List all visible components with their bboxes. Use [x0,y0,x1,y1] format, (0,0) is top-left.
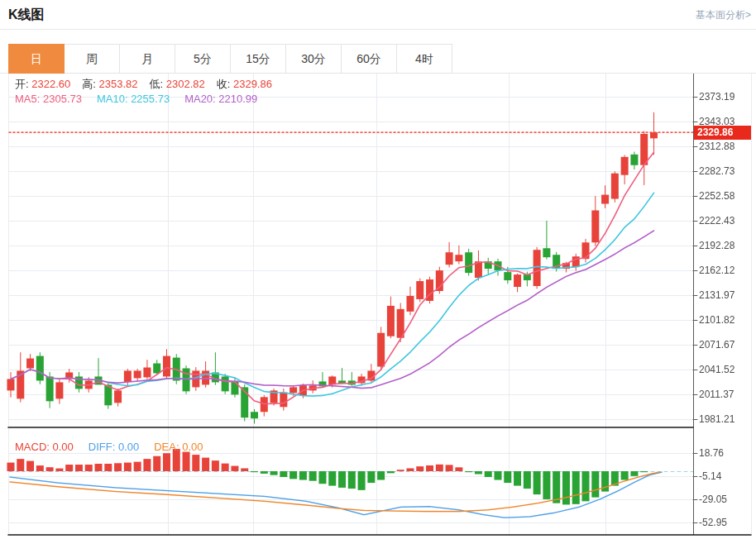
macd-tick-label: -5.14 [699,470,752,482]
ohlc-row-low: 低: 2302.82 [149,77,204,92]
price-tick-label: 2131.97 [699,289,752,301]
ma-row-ma20: MA20: 2210.99 [184,93,257,105]
macd-indicator-row: MACD: 0.00DIFF: 0.00DEA: 0.00 [15,441,218,453]
kline-widget: K线图 基本面分析> 日周月5分15分30分60分4时 开: 2322.60高:… [0,0,756,539]
price-tick-label: 2222.43 [699,215,752,227]
tab-日[interactable]: 日 [8,44,65,74]
tab-30分[interactable]: 30分 [285,44,342,74]
fundamental-analysis-link[interactable]: 基本面分析> [696,8,751,22]
last-price-tag: 2329.86 [694,126,751,140]
price-tick-label: 2192.28 [699,240,752,251]
ma-row: MA5: 2305.73MA10: 2255.73MA20: 2210.99 [15,93,272,105]
page-title: K线图 [8,7,45,24]
tab-5分[interactable]: 5分 [175,44,231,74]
tab-4时[interactable]: 4时 [396,44,452,74]
price-tick-label: 2162.12 [699,265,752,276]
ohlc-row-high: 高: 2353.82 [82,77,137,92]
macd-indicator-row-dea: DEA: 0.00 [154,441,203,453]
header: K线图 基本面分析> [0,0,756,30]
price-tick-label: 2373.19 [699,91,752,103]
macd-tick-label: -29.05 [699,494,752,505]
tab-60分[interactable]: 60分 [341,44,397,74]
tab-月[interactable]: 月 [119,44,175,74]
macd-tick-label: -52.95 [699,517,752,528]
price-tick-label: 2101.82 [699,314,752,326]
tab-15分[interactable]: 15分 [230,44,286,74]
macd-tick-label: 18.76 [699,447,752,459]
macd-indicator-row-diff: DIFF: 0.00 [89,441,139,453]
timeframe-tabbar: 日周月5分15分30分60分4时 [8,44,452,74]
price-tick-label: 1981.21 [699,413,752,425]
price-tick-label: 2011.37 [699,389,752,400]
ohlc-row-open: 开: 2322.60 [15,77,70,92]
price-tick-label: 2282.73 [699,165,752,177]
price-tick-label: 2041.52 [699,364,752,375]
price-tick-label: 2071.67 [699,339,752,351]
price-tick-label: 2312.88 [699,141,752,152]
ohlc-row: 开: 2322.60高: 2353.82低: 2302.82收: 2329.86 [15,77,284,92]
price-tick-label: 2252.58 [699,190,752,202]
ohlc-row-close: 收: 2329.86 [217,77,272,92]
ma-row-ma5: MA5: 2305.73 [15,93,82,105]
tab-周[interactable]: 周 [64,44,120,74]
macd-indicator-row-macd: MACD: 0.00 [15,441,74,453]
ma-row-ma10: MA10: 2255.73 [97,93,170,105]
